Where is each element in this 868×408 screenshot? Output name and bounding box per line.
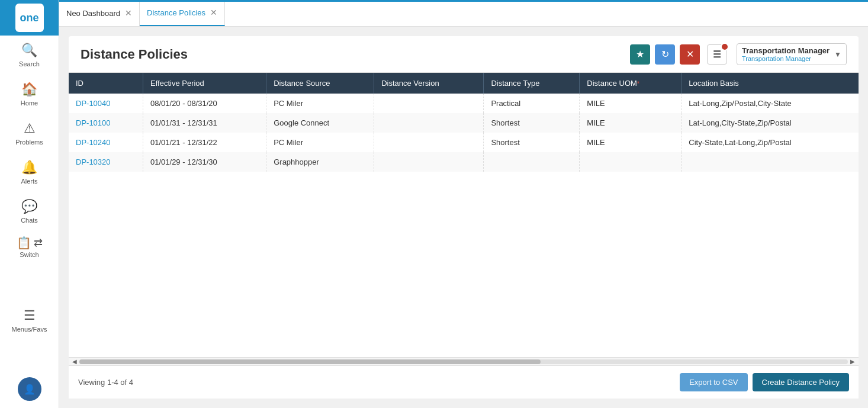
cell-distance-source: Graphhopper (266, 152, 374, 172)
tab-distance-policies-label: Distance Policies (147, 8, 205, 17)
cell-distance-type (484, 152, 580, 172)
cell-location-basis: Lat-Long,City-State,Zip/Postal (681, 113, 859, 133)
sidebar-label-search: Search (19, 60, 40, 68)
scrollbar-track[interactable] (79, 359, 848, 364)
user-dropdown-chevron: ▼ (834, 50, 841, 59)
switch-right-icon: ⇄ (34, 236, 43, 249)
cell-distance-type: Shortest (484, 113, 580, 133)
favorite-button[interactable]: ★ (630, 44, 650, 65)
cell-id[interactable]: DP-10100 (69, 113, 143, 133)
table-row: DP-1032001/01/29 - 12/31/30Graphhopper (69, 152, 859, 172)
col-header-distance-type: Distance Type (484, 73, 580, 94)
user-role: Transportation Manager (742, 55, 830, 62)
cell-distance-type: Practical (484, 94, 580, 113)
cell-distance-uom (580, 152, 681, 172)
table-row: DP-1010001/01/31 - 12/31/31Google Connec… (69, 113, 859, 133)
uom-asterisk: * (637, 80, 639, 87)
cell-effective-period: 01/01/29 - 12/31/30 (143, 152, 266, 172)
cell-distance-type: Shortest (484, 133, 580, 152)
col-header-effective-period: Effective Period (143, 73, 266, 94)
cell-distance-source: PC Miler (266, 94, 374, 113)
sidebar-label-home: Home (21, 99, 38, 107)
cell-distance-uom: MILE (580, 133, 681, 152)
topbar: Neo Dashboard ✕ Distance Policies ✕ (59, 0, 868, 27)
sidebar-label-problems: Problems (15, 139, 43, 146)
cell-distance-version (374, 94, 484, 113)
footer-buttons: Export to CSV Create Distance Policy (680, 373, 849, 391)
tab-neo-dashboard-label: Neo Dashboard (66, 9, 120, 18)
app-logo[interactable]: one (0, 0, 59, 36)
cell-distance-source: Google Connect (266, 113, 374, 133)
user-section[interactable]: Transportation Manager Transportation Ma… (737, 43, 847, 65)
distance-policies-table: ID Effective Period Distance Source Dist… (69, 73, 859, 172)
tab-distance-policies-close[interactable]: ✕ (210, 8, 217, 17)
cell-id[interactable]: DP-10320 (69, 152, 143, 172)
user-avatar[interactable]: 👤 (18, 377, 41, 401)
menu-button[interactable]: ☰ (707, 44, 727, 65)
search-icon: 🔍 (21, 43, 37, 58)
export-csv-button[interactable]: Export to CSV (680, 373, 747, 391)
logo-text: one (20, 12, 38, 24)
sidebar-label-chats: Chats (21, 217, 38, 224)
cell-distance-uom: MILE (580, 113, 681, 133)
main-content: Neo Dashboard ✕ Distance Policies ✕ Dist… (59, 0, 868, 408)
switch-left-icon: 📋 (17, 236, 31, 250)
close-page-button[interactable]: ✕ (680, 44, 700, 65)
table-row: DP-1004008/01/20 - 08/31/20PC MilerPract… (69, 94, 859, 113)
table-wrapper[interactable]: ID Effective Period Distance Source Dist… (69, 73, 859, 357)
table-footer: Viewing 1-4 of 4 Export to CSV Create Di… (69, 365, 859, 399)
content-area: Distance Policies ★ ↻ ✕ ☰ Transportation… (59, 27, 868, 408)
sidebar-item-chats[interactable]: 💬 Chats (0, 192, 59, 231)
create-distance-policy-button[interactable]: Create Distance Policy (753, 373, 850, 391)
avatar-initial: 👤 (24, 384, 36, 395)
alerts-icon: 🔔 (21, 160, 37, 175)
col-header-location-basis: Location Basis (681, 73, 859, 94)
scrollbar-thumb[interactable] (79, 359, 541, 364)
horizontal-scrollbar[interactable]: ◀ ▶ (69, 357, 859, 365)
cell-distance-version (374, 113, 484, 133)
col-header-distance-uom: Distance UOM* (580, 73, 681, 94)
tab-neo-dashboard[interactable]: Neo Dashboard ✕ (59, 0, 140, 26)
cell-id[interactable]: DP-10040 (69, 94, 143, 113)
cell-location-basis: City-State,Lat-Long,Zip/Postal (681, 133, 859, 152)
cell-location-basis (681, 152, 859, 172)
sidebar-item-problems[interactable]: ⚠ Problems (0, 114, 59, 153)
home-icon: 🏠 (21, 82, 37, 97)
sidebar-item-search[interactable]: 🔍 Search (0, 36, 59, 75)
menus-icon: ☰ (24, 308, 36, 323)
cell-location-basis: Lat-Long,Zip/Postal,City-State (681, 94, 859, 113)
col-header-distance-source: Distance Source (266, 73, 374, 94)
table-row: DP-1024001/01/21 - 12/31/22PC MilerShort… (69, 133, 859, 152)
page-header: Distance Policies ★ ↻ ✕ ☰ Transportation… (69, 36, 859, 73)
sidebar-label-switch: Switch (20, 251, 38, 258)
sidebar-item-menus[interactable]: ☰ Menus/Favs (0, 301, 59, 340)
sidebar: one 🔍 Search 🏠 Home ⚠ Problems 🔔 Alerts … (0, 0, 59, 408)
problems-icon: ⚠ (24, 121, 36, 136)
sidebar-item-home[interactable]: 🏠 Home (0, 75, 59, 114)
col-header-id: ID (69, 73, 143, 94)
cell-distance-uom: MILE (580, 94, 681, 113)
logo-box: one (15, 4, 44, 32)
chats-icon: 💬 (21, 199, 37, 214)
cell-distance-version (374, 133, 484, 152)
notification-badge (721, 43, 729, 51)
scroll-left-arrow[interactable]: ◀ (70, 358, 79, 365)
tab-distance-policies[interactable]: Distance Policies ✕ (140, 0, 225, 26)
col-header-distance-version: Distance Version (374, 73, 484, 94)
user-name: Transportation Manager (742, 46, 830, 55)
scroll-right-arrow[interactable]: ▶ (848, 358, 857, 365)
cell-id[interactable]: DP-10240 (69, 133, 143, 152)
menu-icon: ☰ (713, 49, 721, 60)
user-info: Transportation Manager Transportation Ma… (742, 46, 830, 62)
tab-neo-dashboard-close[interactable]: ✕ (125, 8, 132, 18)
refresh-button[interactable]: ↻ (655, 44, 675, 65)
sidebar-item-alerts[interactable]: 🔔 Alerts (0, 153, 59, 192)
switch-icons: 📋 ⇄ (17, 236, 43, 250)
cell-effective-period: 08/01/20 - 08/31/20 (143, 94, 266, 113)
cell-distance-source: PC Miler (266, 133, 374, 152)
cell-effective-period: 01/01/31 - 12/31/31 (143, 113, 266, 133)
viewing-text: Viewing 1-4 of 4 (78, 378, 133, 387)
sidebar-item-switch[interactable]: 📋 ⇄ Switch (0, 231, 59, 263)
sidebar-label-menus: Menus/Favs (12, 326, 47, 333)
table-header-row: ID Effective Period Distance Source Dist… (69, 73, 859, 94)
